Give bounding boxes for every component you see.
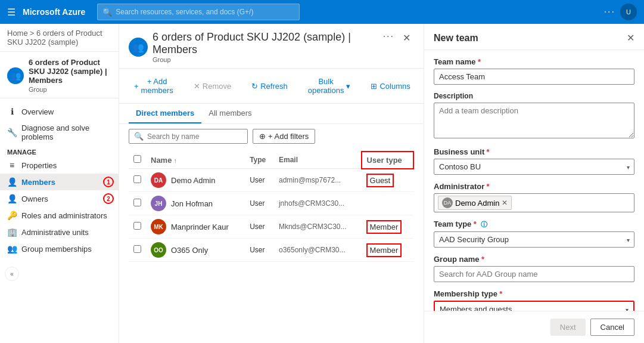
page-header: 👥 6 orders of Product SKU JJ202 (sample)… <box>0 52 119 98</box>
membership-type-select[interactable]: Members and guests Members Owners Guests <box>435 302 633 311</box>
main-layout: Home > 6 orders of Product SKU JJ202 (sa… <box>0 24 644 343</box>
sidebar-collapse-button[interactable]: « <box>5 267 19 281</box>
cancel-button[interactable]: Cancel <box>590 319 634 336</box>
dialog-group-icon: 👥 <box>129 38 148 57</box>
tab-bar: Direct members All members <box>119 104 424 124</box>
add-members-label: + Add members <box>141 77 173 95</box>
search-icon: 🔍 <box>134 132 144 141</box>
remove-button[interactable]: ✕ Remove <box>188 78 237 94</box>
administrator-tag: DA Demo Admin ✕ <box>438 196 512 210</box>
columns-button[interactable]: ⊞ Columns <box>365 78 415 94</box>
top-navbar: ☰ Microsoft Azure 🔍 ··· U <box>0 0 644 24</box>
column-check <box>129 152 146 169</box>
top-nav-dots[interactable]: ··· <box>604 7 615 17</box>
row-checkbox[interactable] <box>133 175 141 183</box>
sidebar-item-properties[interactable]: ≡ Properties <box>0 157 119 174</box>
group-name-group: Group name * <box>434 255 634 282</box>
sidebar-item-group-memberships[interactable]: 👥 Group memberships <box>0 240 119 257</box>
sidebar-item-label: Group memberships <box>21 245 92 254</box>
refresh-label: Refresh <box>260 82 288 91</box>
user-email: admin@msp7672... <box>274 169 362 192</box>
refresh-icon: ↻ <box>251 82 258 91</box>
description-textarea[interactable] <box>434 103 634 138</box>
select-all-checkbox[interactable] <box>133 155 141 163</box>
user-type-col: User <box>245 239 274 262</box>
column-usertype-header: User type <box>362 152 413 169</box>
tab-all-members[interactable]: All members <box>201 104 259 123</box>
user-type-cell: Member <box>362 239 413 262</box>
team-name-group: Team name * <box>434 57 634 85</box>
global-search-box[interactable]: 🔍 <box>97 4 300 20</box>
sidebar-item-label: Administrative units <box>21 228 89 237</box>
panel-body: Team name * Description Business unit * … <box>424 50 644 311</box>
owners-badge: 2 <box>103 193 114 204</box>
team-type-select[interactable]: AAD Security Group <box>434 231 634 248</box>
team-name-input[interactable] <box>434 69 634 85</box>
search-icon: 🔍 <box>102 8 112 17</box>
dialog-more-icon[interactable]: ··· <box>383 31 394 42</box>
toolbar: + + Add members ✕ Remove ↻ Refresh Bulk … <box>119 69 424 104</box>
members-table: Name ↑ Type Email User type DA Demo A <box>129 151 414 262</box>
column-email-header: Email <box>274 152 362 169</box>
sidebar-item-label: Members <box>21 178 55 187</box>
info-icon: ⓘ <box>481 221 487 228</box>
content-area: 👥 6 orders of Product SKU JJ202 (sample)… <box>119 24 424 343</box>
sidebar-item-admin-units[interactable]: 🏢 Administrative units <box>0 224 119 240</box>
admin-units-icon: 🏢 <box>7 227 17 237</box>
user-avatar[interactable]: U <box>620 4 637 20</box>
name-search-box[interactable]: 🔍 <box>129 129 248 144</box>
remove-icon: ✕ <box>194 82 200 91</box>
members-icon: 👤 <box>7 177 17 187</box>
search-input[interactable] <box>147 132 242 141</box>
add-members-button[interactable]: + + Add members <box>129 73 179 98</box>
row-checkbox[interactable] <box>133 222 141 230</box>
team-name-label: Team name * <box>434 57 634 66</box>
column-type-header: Type <box>245 152 274 169</box>
user-type-cell <box>362 192 413 215</box>
table-area: 🔍 ⊕ + Add filters Name ↑ T <box>119 124 424 343</box>
columns-icon: ⊞ <box>371 82 377 91</box>
sidebar-item-label: Properties <box>21 161 57 170</box>
tab-direct-members[interactable]: Direct members <box>129 104 201 123</box>
breadcrumb-home[interactable]: Home <box>7 29 28 38</box>
user-type-badge: Member <box>366 243 402 257</box>
sidebar-item-label: Roles and administrators <box>21 211 107 220</box>
refresh-button[interactable]: ↻ Refresh <box>246 78 293 94</box>
user-type-cell: Member <box>362 215 413 239</box>
global-search-input[interactable] <box>116 8 294 16</box>
sort-icon[interactable]: ↑ <box>174 157 177 164</box>
add-filters-button[interactable]: ⊕ + Add filters <box>253 129 315 144</box>
user-name: Demo Admin <box>171 176 215 185</box>
business-unit-group: Business unit * Contoso BU ▾ <box>434 147 634 175</box>
team-type-label: Team type * ⓘ <box>434 220 634 229</box>
table-row: DA Demo Admin User admin@msp7672... Gues… <box>129 169 413 192</box>
description-group: Description <box>434 92 634 140</box>
table-row: MK Manprinder Kaur User Mknds@CRM3C30...… <box>129 215 413 239</box>
user-type-col: User <box>245 215 274 239</box>
table-row: OO O365 Only User o365only@CRM30... Memb… <box>129 239 413 262</box>
sidebar-item-roles[interactable]: 🔑 Roles and administrators <box>0 207 119 224</box>
panel-close-button[interactable]: ✕ <box>627 32 634 44</box>
sidebar-item-diagnose[interactable]: 🔧 Diagnose and solve problems <box>0 120 119 145</box>
bulk-operations-button[interactable]: Bulk operations ▾ <box>303 73 356 98</box>
business-unit-select[interactable]: Contoso BU <box>434 159 634 175</box>
row-checkbox[interactable] <box>133 199 141 206</box>
sidebar-item-overview[interactable]: ℹ Overview <box>0 103 119 120</box>
next-button[interactable]: Next <box>550 319 586 336</box>
administrator-tag-input[interactable]: DA Demo Admin ✕ <box>434 193 634 212</box>
bulk-ops-label: Bulk operations <box>308 77 344 95</box>
user-name: Jon Hofman <box>171 199 213 208</box>
sidebar-item-members[interactable]: 👤 Members 1 <box>0 174 119 190</box>
filter-row: 🔍 ⊕ + Add filters <box>129 129 414 144</box>
row-checkbox[interactable] <box>133 245 141 253</box>
filter-icon: ⊕ <box>259 132 266 141</box>
sidebar: Home > 6 orders of Product SKU JJ202 (sa… <box>0 24 119 343</box>
hamburger-icon[interactable]: ☰ <box>7 7 15 18</box>
administrator-group: Administrator * DA Demo Admin ✕ <box>434 182 634 212</box>
sidebar-item-label: Overview <box>21 107 54 116</box>
group-name-input[interactable] <box>434 266 634 282</box>
remove-tag-button[interactable]: ✕ <box>502 199 508 207</box>
membership-type-group: Membership type * Members and guests Mem… <box>434 289 634 311</box>
dialog-close-button[interactable]: ✕ <box>399 31 414 45</box>
sidebar-item-owners[interactable]: 👤 Owners 2 <box>0 190 119 207</box>
